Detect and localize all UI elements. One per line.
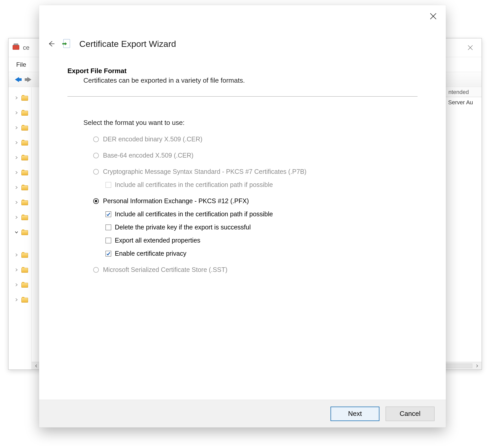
- folder-icon: [21, 170, 28, 175]
- certificate-export-wizard-dialog: Certificate Export Wizard Export File Fo…: [39, 5, 446, 427]
- folder-icon: [21, 215, 28, 220]
- close-icon: [467, 44, 474, 51]
- checkbox-icon: [106, 182, 111, 188]
- mmc-title: ce: [23, 44, 29, 51]
- radio-label: Cryptographic Message Syntax Standard - …: [103, 168, 307, 175]
- format-options: DER encoded binary X.509 (.CER) Base-64 …: [93, 135, 418, 273]
- radio-icon: [93, 153, 99, 158]
- checkbox-pfx-privacy[interactable]: Enable certificate privacy: [106, 250, 418, 257]
- tree-row[interactable]: [8, 277, 31, 292]
- chevron-right-icon[interactable]: [15, 216, 18, 219]
- tree-row[interactable]: [8, 240, 31, 247]
- tree-row[interactable]: [8, 135, 31, 150]
- checkbox-pfx-delete-key[interactable]: Delete the private key if the export is …: [106, 224, 418, 231]
- radio-label: DER encoded binary X.509 (.CER): [103, 135, 202, 143]
- chevron-right-icon[interactable]: [15, 171, 18, 174]
- folder-icon: [21, 95, 28, 101]
- wizard-titlebar: [39, 5, 446, 31]
- mmc-close-button[interactable]: [463, 41, 478, 54]
- next-button[interactable]: Next: [331, 407, 379, 421]
- chevron-right-icon[interactable]: [15, 156, 18, 159]
- checkbox-pfx-include-chain[interactable]: Include all certificates in the certific…: [106, 210, 418, 218]
- radio-icon: [93, 267, 99, 273]
- chevron-down-icon[interactable]: [15, 230, 18, 234]
- tree-row[interactable]: [8, 195, 31, 210]
- tree-row[interactable]: [8, 225, 31, 240]
- radio-base64: Base-64 encoded X.509 (.CER): [93, 152, 418, 159]
- chevron-right-icon[interactable]: [15, 186, 18, 189]
- section-subtitle: Certificates can be exported in a variet…: [83, 76, 418, 84]
- folder-icon: [21, 297, 28, 303]
- checkbox-label: Include all certificates in the certific…: [115, 181, 273, 188]
- tree-row[interactable]: [8, 90, 31, 105]
- chevron-right-icon[interactable]: [15, 201, 18, 204]
- radio-label: Base-64 encoded X.509 (.CER): [103, 152, 194, 159]
- radio-p7b: Cryptographic Message Syntax Standard - …: [93, 168, 418, 175]
- tree-row[interactable]: [8, 180, 31, 195]
- checkbox-icon: [106, 211, 111, 217]
- tree-row[interactable]: [8, 292, 31, 307]
- checkbox-icon: [106, 238, 111, 243]
- chevron-left-icon: [35, 364, 38, 367]
- wizard-back-button[interactable]: [47, 39, 56, 48]
- tree-row[interactable]: [8, 262, 31, 277]
- folder-icon: [21, 125, 28, 131]
- wizard-header: Certificate Export Wizard: [39, 31, 446, 57]
- folder-icon: [21, 252, 28, 258]
- radio-icon: [93, 136, 99, 142]
- tree-row[interactable]: [8, 150, 31, 165]
- folder-icon: [21, 200, 28, 205]
- tree-row[interactable]: [8, 120, 31, 135]
- tree-row[interactable]: [8, 210, 31, 225]
- radio-label: Personal Information Exchange - PKCS #12…: [103, 197, 249, 205]
- chevron-right-icon[interactable]: [15, 253, 18, 257]
- cancel-button[interactable]: Cancel: [386, 407, 435, 421]
- folder-icon: [21, 185, 28, 190]
- scroll-right-button[interactable]: [474, 363, 480, 369]
- column-header-fragment[interactable]: ntended: [446, 87, 482, 97]
- chevron-right-icon[interactable]: [15, 126, 18, 130]
- radio-icon: [93, 169, 99, 175]
- wizard-icon: [62, 38, 73, 49]
- divider: [67, 96, 418, 97]
- scroll-left-button[interactable]: [33, 363, 39, 369]
- folder-icon: [21, 282, 28, 288]
- folder-icon: [21, 155, 28, 160]
- row-text-fragment: Server Au: [446, 98, 482, 107]
- menu-file[interactable]: File: [13, 61, 30, 68]
- wizard-close-button[interactable]: [428, 11, 439, 22]
- close-icon: [429, 12, 437, 20]
- wizard-footer: Next Cancel: [39, 400, 446, 427]
- radio-pfx[interactable]: Personal Information Exchange - PKCS #12…: [93, 197, 418, 205]
- checkbox-p7b-include-chain: Include all certificates in the certific…: [106, 181, 418, 188]
- toolbar-forward-button[interactable]: [24, 75, 34, 84]
- mmc-tree[interactable]: [8, 87, 32, 370]
- checkbox-icon: [106, 225, 111, 230]
- folder-icon: [21, 267, 28, 273]
- chevron-right-icon[interactable]: [15, 283, 18, 287]
- chevron-right-icon: [475, 364, 479, 367]
- toolbar-back-button[interactable]: [12, 75, 22, 84]
- wizard-title: Certificate Export Wizard: [79, 39, 176, 49]
- radio-label: Microsoft Serialized Certificate Store (…: [103, 266, 227, 273]
- mmc-app-icon: [12, 44, 20, 52]
- tree-row[interactable]: [8, 105, 31, 120]
- checkbox-label: Export all extended properties: [115, 237, 200, 244]
- checkbox-label: Include all certificates in the certific…: [115, 210, 273, 218]
- arrow-right-icon: [27, 77, 31, 82]
- wizard-content: Export File Format Certificates can be e…: [39, 57, 446, 400]
- radio-sst: Microsoft Serialized Certificate Store (…: [93, 266, 418, 273]
- checkbox-pfx-export-ext[interactable]: Export all extended properties: [106, 237, 418, 244]
- chevron-right-icon[interactable]: [15, 111, 18, 115]
- tree-row[interactable]: [8, 165, 31, 180]
- chevron-right-icon[interactable]: [15, 96, 18, 100]
- chevron-right-icon[interactable]: [15, 268, 18, 272]
- chevron-right-icon[interactable]: [15, 298, 18, 302]
- arrow-left-icon: [15, 77, 19, 82]
- folder-icon: [21, 110, 28, 116]
- radio-icon: [93, 198, 99, 204]
- radio-der: DER encoded binary X.509 (.CER): [93, 135, 418, 143]
- chevron-right-icon[interactable]: [15, 141, 18, 144]
- checkbox-label: Enable certificate privacy: [115, 250, 186, 257]
- tree-row[interactable]: [8, 247, 31, 262]
